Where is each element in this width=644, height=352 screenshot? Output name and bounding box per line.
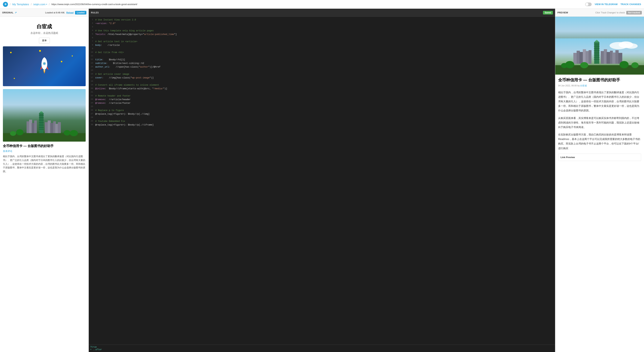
- code-line: 30@replace_tag(<figure>): $body//p[.//if…: [89, 123, 555, 127]
- code-line: 27@replace_tag(<figure>): $body//p[.//im…: [89, 112, 555, 116]
- line-number: 20: [89, 87, 95, 90]
- code-line: 25: [89, 105, 555, 109]
- line-number: 12: [89, 58, 95, 62]
- rules-label: RULES: [91, 12, 99, 14]
- line-content: @inline: $body//iframe[starts-with(@src,…: [95, 87, 167, 90]
- code-line: 13subtitle: $title/next-sibling::h2: [89, 62, 555, 65]
- svg-rect-19: [39, 129, 44, 130]
- preview-panel-header: PREVIEW Click 'Track Changes' to check N…: [555, 9, 644, 17]
- breadcrumb-domain[interactable]: ixiqin.com ▾: [33, 3, 47, 6]
- svg-rect-17: [39, 126, 44, 126]
- line-number: 10: [89, 51, 95, 54]
- line-content: # Get article text in <article>: [95, 40, 138, 44]
- svg-rect-13: [39, 119, 44, 119]
- rules-header-right: Saved: [543, 11, 553, 14]
- line-content: # Get title from <h1>: [95, 51, 124, 54]
- line-number: 14: [89, 65, 95, 69]
- svg-rect-23: [34, 120, 37, 133]
- author-link[interactable]: 白宦成: [580, 84, 587, 87]
- original-panel-content: 白宦成 永远年轻，永远热泪盈眶 菜单: [0, 17, 88, 352]
- code-line: 17cover: //img[has-class("wp-post-image"…: [89, 76, 555, 80]
- line-number: 16: [89, 72, 95, 76]
- line-content: [95, 54, 97, 58]
- line-number: 19: [89, 83, 95, 87]
- view-in-telegram-button[interactable]: VIEW IN TELEGRAM: [594, 3, 618, 6]
- code-line: 19# Convert all iframe elements to inlin…: [89, 83, 555, 87]
- code-editor[interactable]: 1# Use Instant View version 2.02~version…: [89, 17, 555, 344]
- preview-para1: 相比于国内，台湾的繁体中文图书表现出了更快的翻译速度（对比国内引进图书）、更广泛…: [558, 90, 641, 113]
- line-number: 2: [89, 22, 95, 25]
- original-panel: ORIGINAL ↗ Loaded at 8:49 AM. Reload Loa…: [0, 9, 89, 352]
- code-line: 7# Get article text in <article>: [89, 40, 555, 44]
- line-content: [95, 36, 97, 40]
- preview-article-title: 全币种信用卡 — 台版图书的好助手: [558, 78, 641, 83]
- svg-point-34: [70, 130, 78, 136]
- line-content: [95, 69, 97, 72]
- code-line: 6: [89, 36, 555, 40]
- svg-rect-29: [58, 122, 61, 133]
- preview-panel-content: 全币种信用卡 — 台版图书的好助手 04 Jun 2022, 06:00 by …: [555, 17, 644, 352]
- line-content: @remove: //article/footer: [95, 102, 130, 105]
- rules-footer: ?true + ..after: [89, 344, 555, 352]
- svg-rect-67: [616, 50, 619, 64]
- line-number: 27: [89, 112, 95, 116]
- svg-rect-58: [579, 52, 583, 64]
- line-number: 8: [89, 44, 95, 47]
- star-decoration: [10, 52, 12, 53]
- svg-rect-46: [594, 43, 600, 43]
- code-line: 10# Get title from <h1>: [89, 51, 555, 54]
- original-panel-header: ORIGINAL ↗ Loaded at 8:49 AM. Reload Loa…: [0, 9, 88, 17]
- line-content: [95, 90, 97, 94]
- track-changes-button[interactable]: TRACK CHANGES: [620, 3, 641, 6]
- footer-line2: + ..after: [90, 348, 554, 351]
- line-number: 29: [89, 120, 95, 123]
- svg-rect-50: [594, 50, 600, 50]
- original-article-excerpt: 相比于国内，台湾的繁体中文图书表现出了更快的翻译速度（对比国内引进图书）、更广泛…: [3, 155, 86, 174]
- code-line: 26# Replace p to figure: [89, 109, 555, 112]
- menu-button[interactable]: 菜单: [39, 38, 50, 44]
- line-content: # Convert all iframe elements to inline …: [95, 83, 159, 87]
- line-number: 7: [89, 40, 95, 44]
- comment-link[interactable]: 发表评论: [3, 150, 12, 152]
- loaded-time-text: Loaded at 8:49 AM.: [45, 12, 65, 14]
- svg-point-2: [44, 63, 45, 64]
- code-line: 16# Get article cover image: [89, 72, 555, 76]
- preview-panel: PREVIEW Click 'Track Changes' to check N…: [555, 9, 644, 352]
- line-number: 23: [89, 98, 95, 102]
- city-svg: [3, 111, 86, 142]
- line-content: # Remote header and footer: [95, 94, 130, 98]
- line-content: # Replace p to figure: [95, 109, 124, 112]
- svg-rect-39: [594, 42, 599, 64]
- external-link-icon[interactable]: ↗: [15, 11, 17, 14]
- code-line: 20@inline: $body//iframe[starts-with(@sr…: [89, 87, 555, 90]
- line-content: @replace_tag(<figure>): $body//p[.//ifra…: [95, 123, 154, 127]
- svg-point-32: [64, 130, 70, 136]
- reload-button[interactable]: Reload: [66, 12, 74, 14]
- app-logo: ✈: [3, 2, 8, 7]
- svg-rect-4: [39, 113, 44, 133]
- code-line: 24@remove: //article/footer: [89, 102, 555, 105]
- line-number: 1: [89, 18, 95, 22]
- svg-rect-14: [39, 120, 44, 121]
- line-content: # Youtube Embedded Fix: [95, 120, 125, 123]
- line-content: # Use this template only blog article pa…: [95, 29, 154, 32]
- original-label: ORIGINAL: [2, 12, 14, 14]
- line-number: 25: [89, 105, 95, 109]
- code-line: 9: [89, 47, 555, 51]
- code-line: 21: [89, 90, 555, 94]
- svg-rect-11: [39, 115, 44, 116]
- svg-rect-54: [594, 58, 600, 58]
- line-content: ~version: "2.0": [95, 22, 116, 25]
- chevron-down-icon: ▾: [46, 3, 47, 5]
- line-number: 4: [89, 29, 95, 32]
- url-bar: https://www.ixiqin.com/2022/06/04/the-cu…: [52, 3, 584, 6]
- toggle-button[interactable]: [585, 2, 592, 6]
- breadcrumb-my-templates[interactable]: My Templates: [12, 3, 29, 6]
- link-preview-label: Link Preview: [560, 156, 575, 158]
- code-line: 29# Youtube Embedded Fix: [89, 120, 555, 123]
- line-number: 30: [89, 123, 95, 127]
- click-check-text: Click 'Track Changes' to check: [595, 12, 625, 14]
- svg-point-73: [631, 62, 638, 68]
- topbar: ✈ / My Templates / ixiqin.com ▾ / https:…: [0, 0, 644, 9]
- preview-article: 全币种信用卡 — 台版图书的好助手 04 Jun 2022, 06:00 by …: [555, 74, 644, 164]
